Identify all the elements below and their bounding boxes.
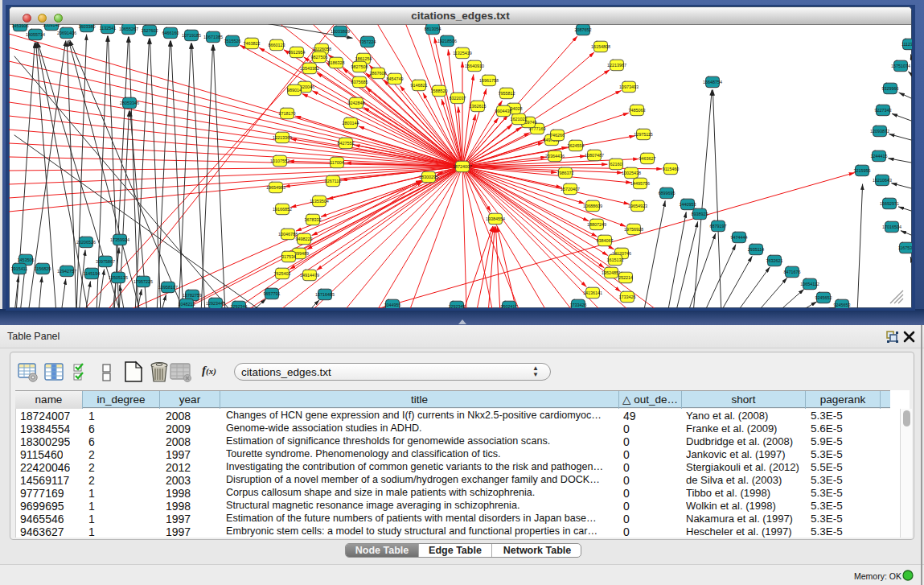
svg-text:1156829: 1156829 xyxy=(35,266,51,271)
svg-text:3678332: 3678332 xyxy=(305,217,322,222)
svg-text:10025438: 10025438 xyxy=(622,171,641,175)
svg-text:12975115: 12975115 xyxy=(634,132,653,137)
svg-text:2718170: 2718170 xyxy=(279,111,296,116)
svg-text:1044955: 1044955 xyxy=(384,303,401,307)
svg-text:9115460: 9115460 xyxy=(663,167,680,171)
svg-text:18807249: 18807249 xyxy=(587,222,606,227)
svg-text:1145194: 1145194 xyxy=(84,271,101,276)
svg-text:7625402: 7625402 xyxy=(274,271,291,276)
svg-text:20364436: 20364436 xyxy=(545,154,565,159)
svg-text:9827506: 9827506 xyxy=(311,55,328,60)
svg-text:30975867: 30975867 xyxy=(96,259,115,264)
svg-text:12505135: 12505135 xyxy=(109,275,128,280)
svg-text:19218506: 19218506 xyxy=(437,39,457,43)
svg-text:1244415: 1244415 xyxy=(871,154,888,159)
svg-text:8938923: 8938923 xyxy=(692,212,708,216)
svg-text:15640910: 15640910 xyxy=(465,64,484,68)
svg-text:19654923: 19654923 xyxy=(628,204,647,208)
svg-text:12213967: 12213967 xyxy=(607,63,626,68)
svg-text:8375685: 8375685 xyxy=(351,80,368,84)
svg-text:20206526: 20206526 xyxy=(76,240,96,245)
svg-text:1292344: 1292344 xyxy=(231,304,248,308)
svg-text:252214: 252214 xyxy=(618,275,633,280)
svg-text:317534: 317534 xyxy=(281,254,296,259)
svg-text:16648754: 16648754 xyxy=(703,80,722,84)
svg-text:7485063: 7485063 xyxy=(629,108,646,113)
svg-text:16033809: 16033809 xyxy=(331,29,350,34)
svg-text:12093872: 12093872 xyxy=(870,129,889,134)
svg-text:11353504: 11353504 xyxy=(310,199,329,204)
svg-text:9657791: 9657791 xyxy=(264,291,281,296)
svg-text:17016504: 17016504 xyxy=(882,225,901,229)
svg-text:12213369: 12213369 xyxy=(273,135,292,140)
svg-text:16210643: 16210643 xyxy=(873,178,892,183)
svg-text:1453906: 1453906 xyxy=(12,24,29,28)
svg-text:13226058: 13226058 xyxy=(312,47,331,51)
svg-text:1733426: 1733426 xyxy=(619,295,636,299)
svg-text:15720407: 15720407 xyxy=(561,187,580,192)
svg-text:2009140: 2009140 xyxy=(43,24,60,27)
svg-text:1112350: 1112350 xyxy=(901,42,912,47)
svg-text:6879197: 6879197 xyxy=(710,224,727,229)
svg-text:8912954: 8912954 xyxy=(289,50,306,55)
svg-text:989014: 989014 xyxy=(287,88,302,93)
svg-text:9146821: 9146821 xyxy=(411,83,428,88)
svg-text:10719185: 10719185 xyxy=(182,33,201,38)
svg-text:9827508: 9827508 xyxy=(351,64,368,69)
svg-text:746266: 746266 xyxy=(550,133,565,138)
svg-text:1048212: 1048212 xyxy=(179,302,195,307)
svg-text:19166852: 19166852 xyxy=(273,207,292,212)
svg-text:9384067: 9384067 xyxy=(597,238,614,243)
svg-text:1132541: 1132541 xyxy=(100,26,117,31)
svg-text:8454749: 8454749 xyxy=(387,76,404,81)
svg-text:6899695: 6899695 xyxy=(659,191,676,196)
svg-text:14495756: 14495756 xyxy=(630,181,650,186)
svg-text:10807487: 10807487 xyxy=(585,153,604,158)
svg-text:1453506: 1453506 xyxy=(18,257,35,262)
svg-text:1588520: 1588520 xyxy=(431,89,448,93)
svg-text:11325419: 11325419 xyxy=(453,51,472,56)
svg-text:8322037: 8322037 xyxy=(450,96,466,101)
svg-text:10046788: 10046788 xyxy=(278,232,298,237)
svg-text:62160: 62160 xyxy=(610,162,622,167)
svg-text:19384554: 19384554 xyxy=(486,216,505,221)
svg-text:9329966: 9329966 xyxy=(882,86,899,91)
svg-text:7986372: 7986372 xyxy=(557,171,574,175)
svg-text:1440953: 1440953 xyxy=(680,202,696,207)
svg-text:8427552: 8427552 xyxy=(338,141,355,146)
svg-text:9227343: 9227343 xyxy=(875,108,892,113)
svg-text:2803144: 2803144 xyxy=(343,121,359,126)
svg-text:7515526: 7515526 xyxy=(224,39,241,43)
svg-text:7463822: 7463822 xyxy=(244,41,261,46)
svg-text:10543382: 10543382 xyxy=(300,66,319,71)
svg-text:28053346: 28053346 xyxy=(120,101,139,105)
svg-text:9474444: 9474444 xyxy=(731,235,748,240)
svg-text:15716485: 15716485 xyxy=(315,292,335,297)
svg-text:15692971: 15692971 xyxy=(880,201,899,206)
svg-text:12923448: 12923448 xyxy=(206,301,225,306)
svg-text:3215955: 3215955 xyxy=(854,168,871,173)
svg-text:2935114: 2935114 xyxy=(748,247,765,252)
svg-text:9242848: 9242848 xyxy=(348,101,365,105)
svg-text:10958107: 10958107 xyxy=(158,285,178,290)
svg-text:117004: 117004 xyxy=(330,160,344,165)
svg-text:1527602: 1527602 xyxy=(142,28,158,33)
svg-text:14914479: 14914479 xyxy=(300,273,319,278)
svg-text:14136141: 14136141 xyxy=(583,290,602,295)
svg-text:3624554: 3624554 xyxy=(568,143,585,148)
svg-text:3267110: 3267110 xyxy=(325,179,342,183)
svg-text:10107552: 10107552 xyxy=(270,159,290,163)
svg-text:9245652: 9245652 xyxy=(815,295,832,300)
svg-text:1292345: 1292345 xyxy=(449,304,466,308)
svg-text:2087652: 2087652 xyxy=(575,27,592,32)
svg-text:6466160: 6466160 xyxy=(162,31,179,35)
svg-text:9502417: 9502417 xyxy=(501,304,518,308)
svg-text:16154808: 16154808 xyxy=(591,44,610,49)
svg-text:1167534: 1167534 xyxy=(898,245,912,250)
svg-text:15751074: 15751074 xyxy=(891,64,910,68)
svg-text:9463627: 9463627 xyxy=(639,156,656,161)
svg-text:8186328: 8186328 xyxy=(328,60,345,65)
svg-text:19654985: 19654985 xyxy=(266,185,285,190)
svg-text:8471676: 8471676 xyxy=(784,270,801,274)
svg-text:1362615: 1362615 xyxy=(470,104,487,109)
